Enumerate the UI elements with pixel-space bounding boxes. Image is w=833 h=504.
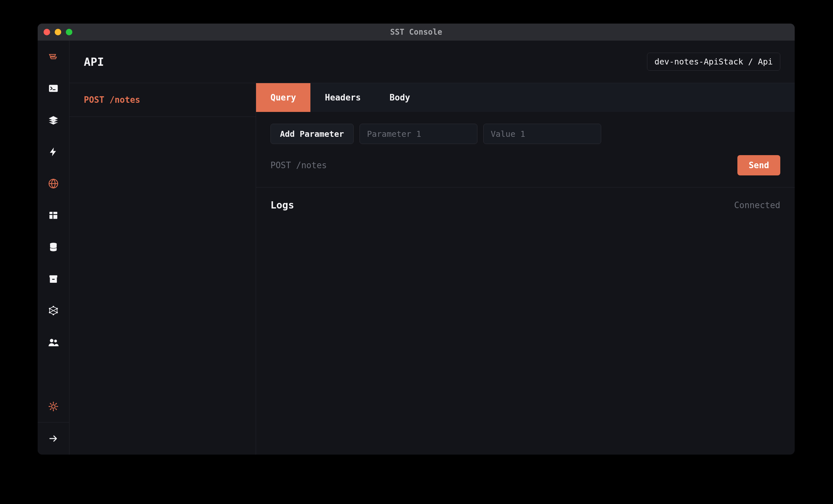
maximize-window-button[interactable] bbox=[66, 29, 72, 35]
svg-rect-4 bbox=[49, 275, 57, 278]
traffic-lights bbox=[44, 29, 72, 35]
functions-icon[interactable] bbox=[38, 136, 69, 168]
stack-selector[interactable]: dev-notes-ApiStack / Api bbox=[647, 53, 780, 71]
tab-body[interactable]: Body bbox=[375, 83, 425, 112]
request-tabs: QueryHeadersBody bbox=[256, 83, 795, 112]
svg-rect-0 bbox=[49, 85, 58, 92]
logs-section: Logs Connected bbox=[256, 187, 795, 223]
parameter-name-input[interactable] bbox=[359, 124, 477, 144]
window-title: SST Console bbox=[38, 27, 795, 37]
page-header: API dev-notes-ApiStack / Api bbox=[69, 41, 795, 83]
parameter-value-input[interactable] bbox=[483, 124, 601, 144]
minimize-window-button[interactable] bbox=[55, 29, 61, 35]
svg-rect-5 bbox=[50, 278, 57, 283]
tab-query[interactable]: Query bbox=[256, 83, 310, 112]
query-tab-body: Add Parameter POST /notes Send bbox=[256, 112, 795, 187]
tab-headers[interactable]: Headers bbox=[310, 83, 375, 112]
send-button[interactable]: Send bbox=[737, 155, 780, 175]
logs-title: Logs bbox=[270, 199, 294, 211]
titlebar: SST Console bbox=[38, 24, 795, 41]
close-window-button[interactable] bbox=[44, 29, 50, 35]
svg-point-13 bbox=[50, 339, 53, 342]
rds-icon[interactable] bbox=[38, 231, 69, 263]
local-icon[interactable] bbox=[38, 72, 69, 104]
theme-icon[interactable] bbox=[38, 390, 69, 422]
current-route-label: POST /notes bbox=[270, 160, 327, 170]
route-item[interactable]: POST /notes bbox=[69, 83, 256, 117]
expand-icon[interactable] bbox=[38, 422, 69, 455]
page-title: API bbox=[84, 55, 104, 68]
svg-rect-6 bbox=[52, 279, 55, 280]
svg-point-14 bbox=[54, 339, 57, 342]
buckets-icon[interactable] bbox=[38, 263, 69, 295]
sidebar bbox=[38, 41, 69, 455]
route-list: POST /notes bbox=[69, 83, 256, 455]
stacks-icon[interactable] bbox=[38, 104, 69, 136]
add-parameter-button[interactable]: Add Parameter bbox=[270, 124, 354, 144]
app-window: SST Console API dev-notes-ApiStack / Api… bbox=[38, 24, 795, 455]
logs-status: Connected bbox=[734, 200, 780, 210]
svg-point-15 bbox=[52, 404, 55, 408]
table-icon[interactable] bbox=[38, 199, 69, 231]
api-icon[interactable] bbox=[38, 168, 69, 199]
logo-icon[interactable] bbox=[38, 41, 69, 72]
graphql-icon[interactable] bbox=[38, 295, 69, 326]
cognito-icon[interactable] bbox=[38, 326, 69, 358]
